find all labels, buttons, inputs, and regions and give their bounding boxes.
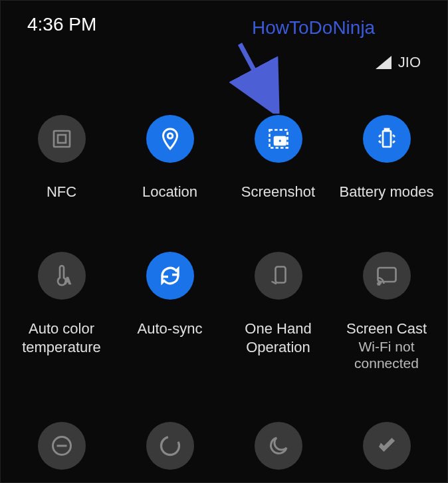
battery-modes-tile[interactable]: Battery modes xyxy=(332,115,441,202)
auto-color-temperature-tile[interactable]: A Auto color temperature xyxy=(7,252,116,372)
signal-icon xyxy=(376,56,392,69)
sync-icon xyxy=(146,252,194,300)
svg-point-13 xyxy=(378,282,380,284)
tile-label: Battery modes xyxy=(340,183,434,202)
svg-text:A: A xyxy=(64,276,70,286)
data-saver-tile[interactable]: Data Saver xyxy=(116,422,224,483)
svg-rect-2 xyxy=(54,131,70,147)
nfc-tile[interactable]: NFC xyxy=(7,115,116,202)
svg-point-16 xyxy=(161,436,179,454)
tile-label: Auto color temperature xyxy=(9,320,115,357)
svg-rect-3 xyxy=(58,135,66,143)
svg-rect-11 xyxy=(275,266,285,282)
status-time: 4:36 PM xyxy=(27,14,96,35)
quick-settings-grid: NFC Location Screenshot xyxy=(1,42,447,483)
watermark-text: HowToDoNinja xyxy=(252,17,375,39)
night-light-tile[interactable]: Night Light On at sunset xyxy=(224,422,332,483)
svg-rect-9 xyxy=(385,129,389,131)
one-hand-operation-tile[interactable]: One Hand Operation xyxy=(224,252,332,372)
svg-rect-12 xyxy=(378,268,395,282)
do-not-disturb-tile[interactable]: Do Not Disturb xyxy=(7,422,116,483)
todo-quick-add-tile[interactable]: To Do Quick Add xyxy=(332,422,441,483)
dnd-icon xyxy=(38,422,86,470)
tile-label: NFC xyxy=(47,183,76,202)
data-saver-icon xyxy=(146,422,194,470)
tile-sublabel: Wi-Fi not connected xyxy=(332,338,441,371)
check-icon xyxy=(363,422,411,470)
battery-icon xyxy=(363,115,411,163)
status-right: JIO xyxy=(376,54,421,71)
screenshot-tile[interactable]: Screenshot xyxy=(224,115,332,202)
location-tile[interactable]: Location xyxy=(116,115,224,202)
auto-sync-tile[interactable]: Auto-sync xyxy=(116,252,224,372)
cast-icon xyxy=(363,252,411,300)
tile-label: Auto-sync xyxy=(138,320,203,339)
tile-label: Location xyxy=(142,183,197,202)
screenshot-icon xyxy=(255,115,302,163)
status-bar: 4:36 PM xyxy=(1,1,447,42)
carrier-label: JIO xyxy=(398,54,421,71)
moon-icon xyxy=(255,422,302,470)
nfc-icon xyxy=(38,115,86,163)
svg-point-4 xyxy=(168,134,173,139)
one-hand-icon xyxy=(255,252,302,300)
location-icon xyxy=(146,115,194,163)
screen-cast-tile[interactable]: Screen Cast Wi-Fi not connected xyxy=(332,252,441,372)
tile-label: Screen Cast xyxy=(346,320,427,339)
tile-label: One Hand Operation xyxy=(225,320,332,357)
svg-rect-8 xyxy=(383,131,391,147)
tile-label: Screenshot xyxy=(241,183,315,202)
svg-point-7 xyxy=(278,139,282,143)
temperature-icon: A xyxy=(38,252,86,300)
